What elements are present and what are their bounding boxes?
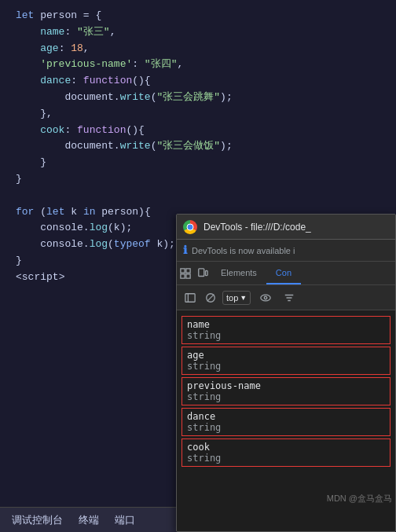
code-line-8: cook: function(){: [8, 123, 396, 139]
chrome-icon: [183, 220, 197, 234]
device-icon[interactable]: [194, 265, 211, 282]
console-type-age: string: [187, 361, 385, 372]
svg-rect-4: [199, 268, 204, 276]
console-key-cook: cook: [187, 442, 385, 453]
svg-rect-5: [206, 270, 208, 275]
console-key-previous-name: previous-name: [187, 380, 385, 391]
bottom-bar-item-terminal[interactable]: 终端: [79, 513, 99, 527]
console-type-cook: string: [187, 453, 385, 464]
console-key-name: name: [187, 319, 385, 330]
filter-icon[interactable]: [280, 289, 298, 306]
svg-line-9: [207, 294, 214, 301]
svg-point-10: [261, 295, 270, 301]
sidebar-icon[interactable]: [182, 289, 199, 306]
svg-point-11: [264, 296, 267, 299]
code-line-11: }: [8, 171, 396, 188]
tab-console[interactable]: Con: [266, 262, 301, 284]
tab-elements[interactable]: Elements: [211, 262, 266, 284]
devtools-panel: DevTools - file:///D:/code_ ℹ DevTools i…: [176, 214, 396, 532]
devtools-actions-bar: top ▼: [177, 285, 395, 310]
bottom-bar-item-debug[interactable]: 调试控制台: [12, 513, 63, 527]
eye-icon[interactable]: [257, 289, 274, 306]
devtools-tabs-bar: Elements Con: [177, 262, 395, 285]
code-line-2: name: "张三",: [8, 24, 396, 41]
devtools-info-text: DevTools is now available i: [192, 246, 295, 255]
console-type-name: string: [187, 330, 385, 341]
svg-rect-1: [186, 268, 190, 272]
console-key-dance: dance: [187, 411, 385, 422]
console-type-dance: string: [187, 422, 385, 433]
console-item-previous-name: previous-name string: [182, 377, 390, 405]
devtools-titlebar: DevTools - file:///D:/code_: [177, 215, 395, 240]
ban-icon[interactable]: [202, 289, 219, 306]
devtools-info-bar: ℹ DevTools is now available i: [177, 240, 395, 262]
devtools-title: DevTools - file:///D:/code_: [204, 222, 311, 233]
info-icon: ℹ: [183, 244, 187, 257]
top-frame-selector[interactable]: top ▼: [222, 291, 251, 305]
svg-rect-2: [181, 273, 185, 277]
svg-rect-6: [185, 293, 195, 302]
code-line-9: document.write("张三会做饭");: [8, 138, 396, 155]
svg-rect-3: [186, 273, 190, 277]
chevron-down-icon: ▼: [240, 294, 247, 302]
code-line-4: 'previous-name': "张四",: [8, 57, 396, 73]
console-item-name: name string: [182, 316, 390, 344]
svg-rect-0: [181, 268, 185, 272]
code-line-6: document.write("张三会跳舞");: [8, 90, 396, 106]
console-key-age: age: [187, 350, 385, 361]
code-line-12: [8, 188, 396, 204]
code-line-5: dance: function(){: [8, 73, 396, 90]
code-line-7: },: [8, 106, 396, 123]
top-label: top: [226, 293, 238, 303]
devtools-tabs: Elements Con: [211, 262, 301, 284]
inspect-icon[interactable]: [177, 265, 194, 282]
console-type-previous-name: string: [187, 391, 385, 402]
code-line-3: age: 18,: [8, 41, 396, 57]
console-item-age: age string: [182, 347, 390, 375]
code-line-10: }: [8, 155, 396, 171]
console-item-cook: cook string: [182, 438, 390, 467]
console-item-dance: dance string: [182, 408, 390, 436]
code-line-1: let person = {: [8, 8, 396, 24]
watermark: MDN @盒马盒马: [327, 493, 392, 504]
bottom-bar-item-ports[interactable]: 端口: [115, 513, 135, 527]
